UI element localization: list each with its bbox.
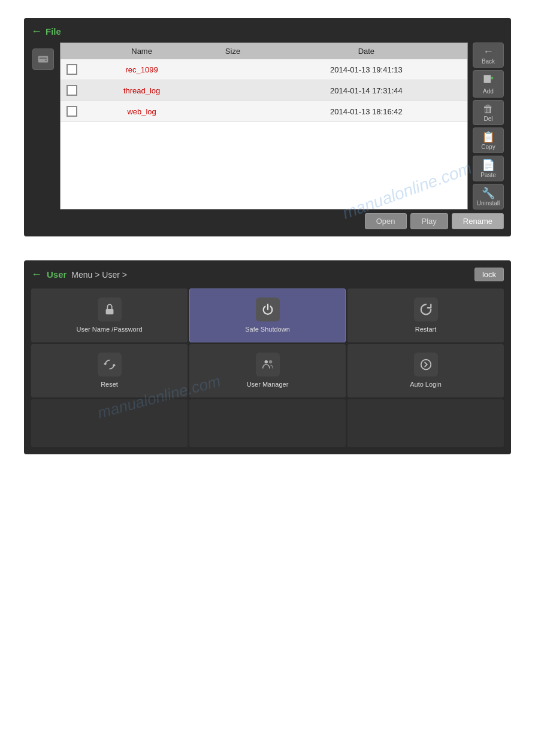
grid-cell-5[interactable]: Auto Login bbox=[347, 344, 504, 397]
grid-cell-8 bbox=[347, 399, 504, 447]
file-left-sidebar bbox=[31, 42, 55, 210]
cell-label-0: User Name /Password bbox=[76, 325, 142, 333]
svg-point-8 bbox=[268, 360, 272, 364]
cell-icon-3 bbox=[98, 353, 122, 377]
file-manager-panel: ← File Name Size Date bbox=[24, 18, 511, 236]
svg-rect-6 bbox=[105, 309, 113, 314]
breadcrumb: Menu > User > bbox=[71, 270, 127, 280]
grid-cell-3[interactable]: Reset bbox=[31, 344, 188, 397]
cell-label-3: Reset bbox=[101, 380, 118, 388]
file-size-cell bbox=[200, 80, 265, 101]
open-button[interactable]: Open bbox=[365, 213, 407, 229]
cell-label-2: Restart bbox=[415, 325, 436, 333]
cell-icon-1 bbox=[256, 297, 280, 321]
file-panel-body: Name Size Date rec_10992014-01-13 19:41:… bbox=[31, 42, 504, 210]
svg-point-7 bbox=[264, 360, 268, 364]
file-date-cell: 2014-01-13 18:16:42 bbox=[265, 101, 467, 122]
table-row[interactable]: thread_log2014-01-14 17:31:44 bbox=[61, 80, 467, 101]
grid-cell-0[interactable]: User Name /Password bbox=[31, 289, 188, 342]
grid-cell-7 bbox=[189, 399, 346, 447]
svg-rect-0 bbox=[38, 56, 49, 63]
file-date-cell: 2014-01-14 17:31:44 bbox=[265, 80, 467, 101]
svg-point-9 bbox=[421, 360, 431, 370]
file-checkbox[interactable] bbox=[67, 64, 77, 75]
cell-label-5: Auto Login bbox=[410, 380, 442, 388]
cell-label-4: User Manager bbox=[247, 380, 289, 388]
user-panel-header: ← User Menu > User > lock bbox=[31, 268, 504, 281]
grid-cell-1[interactable]: Safe Shutdown bbox=[189, 289, 346, 342]
svg-point-2 bbox=[45, 59, 47, 61]
file-table-container: Name Size Date rec_10992014-01-13 19:41:… bbox=[60, 42, 468, 210]
table-row[interactable]: rec_10992014-01-13 19:41:13 bbox=[61, 59, 467, 80]
file-back-arrow[interactable]: ← bbox=[31, 25, 42, 38]
user-panel-title: User bbox=[47, 269, 67, 280]
file-panel-title: File bbox=[46, 26, 61, 37]
col-date: Date bbox=[265, 43, 467, 59]
col-size: Size bbox=[200, 43, 265, 59]
file-size-cell bbox=[200, 59, 265, 80]
file-right-sidebar: ← Back Add 🗑 Del 📋 Copy bbox=[473, 42, 504, 210]
rename-button[interactable]: Rename bbox=[452, 213, 504, 229]
file-panel-header: ← File bbox=[31, 25, 504, 38]
user-back-arrow[interactable]: ← bbox=[31, 268, 42, 281]
cell-label-1: Safe Shutdown bbox=[245, 325, 290, 333]
back-btn[interactable]: ← Back bbox=[473, 42, 504, 68]
grid-cell-4[interactable]: User Manager bbox=[189, 344, 346, 397]
file-name-cell: rec_1099 bbox=[83, 59, 200, 80]
file-name-cell: web_log bbox=[83, 101, 200, 122]
file-date-cell: 2014-01-13 19:41:13 bbox=[265, 59, 467, 80]
user-menu-panel: ← User Menu > User > lock User Name /Pas… bbox=[24, 260, 511, 454]
user-grid: User Name /PasswordSafe ShutdownRestartR… bbox=[31, 289, 504, 447]
lock-button[interactable]: lock bbox=[474, 268, 504, 281]
paste-btn[interactable]: 📄 Paste bbox=[473, 156, 504, 181]
grid-cell-6 bbox=[31, 399, 188, 447]
file-size-cell bbox=[200, 101, 265, 122]
play-button[interactable]: Play bbox=[410, 213, 448, 229]
cell-icon-2 bbox=[414, 297, 438, 321]
file-checkbox[interactable] bbox=[67, 106, 77, 117]
uninstall-btn[interactable]: 🔧 Uninstall bbox=[473, 184, 504, 210]
cell-icon-5 bbox=[414, 353, 438, 377]
user-header-left: ← User Menu > User > bbox=[31, 268, 127, 281]
file-checkbox[interactable] bbox=[67, 85, 77, 96]
col-name: Name bbox=[83, 43, 200, 59]
storage-device-btn[interactable] bbox=[32, 48, 54, 70]
copy-btn[interactable]: 📋 Copy bbox=[473, 127, 504, 153]
col-checkbox bbox=[61, 43, 83, 59]
cell-icon-4 bbox=[256, 353, 280, 377]
add-btn[interactable]: Add bbox=[473, 70, 504, 98]
del-btn[interactable]: 🗑 Del bbox=[473, 100, 504, 125]
file-footer: Open Play Rename bbox=[31, 213, 504, 229]
svg-rect-1 bbox=[40, 57, 47, 59]
table-row[interactable]: web_log2014-01-13 18:16:42 bbox=[61, 101, 467, 122]
cell-icon-0 bbox=[98, 297, 122, 321]
grid-cell-2[interactable]: Restart bbox=[347, 289, 504, 342]
svg-rect-3 bbox=[484, 75, 491, 83]
file-name-cell: thread_log bbox=[83, 80, 200, 101]
file-table: Name Size Date rec_10992014-01-13 19:41:… bbox=[61, 43, 467, 122]
